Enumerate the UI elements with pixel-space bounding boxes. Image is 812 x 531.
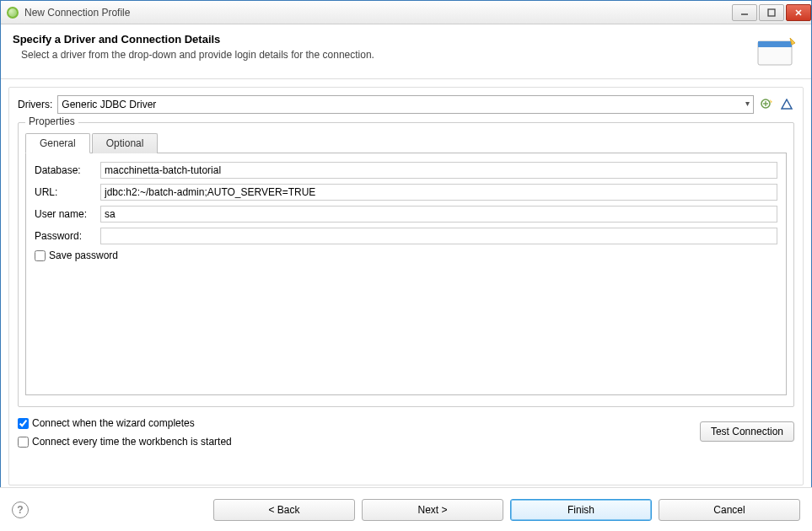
- close-button[interactable]: [786, 4, 811, 21]
- maximize-button[interactable]: [759, 4, 784, 21]
- properties-tabs: General Optional: [25, 133, 787, 153]
- connect-every-start-label: Connect every time the workbench is star…: [32, 436, 232, 448]
- save-password-label: Save password: [49, 249, 118, 261]
- username-label: User name:: [35, 208, 100, 220]
- minimize-button[interactable]: [732, 4, 757, 21]
- footer-buttons: < Back Next > Finish Cancel: [213, 499, 800, 521]
- properties-legend: Properties: [25, 115, 78, 127]
- password-label: Password:: [35, 230, 100, 242]
- drivers-label: Drivers:: [18, 99, 52, 110]
- window-buttons: [732, 4, 811, 21]
- password-input[interactable]: [100, 228, 777, 244]
- content-area: Drivers: Generic JDBC Driver Properties …: [8, 87, 804, 485]
- page-title: Specify a Driver and Connection Details: [13, 33, 752, 46]
- database-label: Database:: [35, 164, 100, 176]
- back-button[interactable]: < Back: [213, 499, 355, 521]
- connect-on-complete-checkbox[interactable]: [18, 418, 29, 429]
- tab-general[interactable]: General: [25, 133, 90, 153]
- drivers-row: Drivers: Generic JDBC Driver: [18, 95, 794, 114]
- url-label: URL:: [35, 186, 100, 198]
- wizard-banner-icon: [752, 33, 799, 70]
- drivers-selected-value: Generic JDBC Driver: [62, 99, 156, 110]
- header-panel: Specify a Driver and Connection Details …: [1, 24, 811, 79]
- connect-every-start-checkbox[interactable]: [18, 437, 29, 448]
- drivers-select[interactable]: Generic JDBC Driver: [57, 95, 754, 114]
- footer: ? < Back Next > Finish Cancel: [0, 487, 812, 531]
- url-input[interactable]: [100, 184, 777, 201]
- properties-fieldset: Properties General Optional Database: UR…: [18, 122, 794, 407]
- options-row: Connect when the wizard completes Connec…: [18, 416, 794, 448]
- next-button[interactable]: Next >: [362, 499, 503, 521]
- help-icon[interactable]: ?: [12, 502, 29, 518]
- finish-button[interactable]: Finish: [510, 499, 652, 521]
- edit-driver-icon[interactable]: [779, 97, 794, 112]
- svg-rect-5: [758, 41, 792, 47]
- app-icon: [6, 6, 19, 19]
- tab-optional[interactable]: Optional: [92, 133, 159, 153]
- titlebar: New Connection Profile: [1, 1, 811, 24]
- database-input[interactable]: [100, 162, 777, 179]
- test-connection-button[interactable]: Test Connection: [700, 421, 794, 442]
- page-description: Select a driver from the drop-down and p…: [13, 49, 752, 61]
- connect-on-complete-label: Connect when the wizard completes: [32, 417, 195, 429]
- save-password-checkbox[interactable]: [35, 250, 46, 261]
- new-driver-icon[interactable]: [759, 97, 774, 112]
- cancel-button[interactable]: Cancel: [659, 499, 800, 521]
- window-title: New Connection Profile: [24, 7, 732, 19]
- svg-marker-11: [782, 99, 792, 109]
- tab-general-body: Database: URL: User name: Password: Save…: [25, 153, 787, 395]
- username-input[interactable]: [100, 206, 777, 223]
- svg-rect-1: [768, 9, 775, 16]
